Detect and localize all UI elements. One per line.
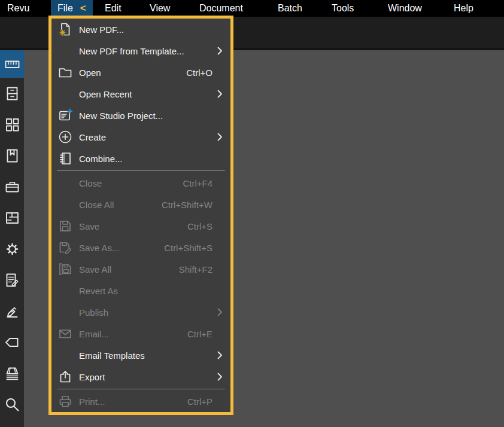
save-all-icon — [51, 262, 79, 276]
annotation-caret-icon: < — [80, 2, 86, 14]
menu-item-open[interactable]: Open Ctrl+O — [51, 62, 230, 83]
file-cabinet-icon — [4, 86, 20, 102]
menubar-revu[interactable]: Revu — [7, 0, 29, 17]
save-as-icon — [51, 240, 79, 255]
sidebar-item-spaces[interactable] — [0, 202, 24, 233]
menu-item-label: Revert As — [79, 286, 118, 296]
menu-item-label: Create — [79, 132, 106, 142]
menubar: Revu File < Edit View Document Batch Too… — [0, 0, 504, 17]
export-icon — [51, 370, 79, 384]
menu-item-new-studio-project[interactable]: New Studio Project... — [51, 105, 230, 126]
search-icon — [4, 396, 20, 413]
menu-item-label: Save All — [79, 264, 111, 274]
sidebar-item-thumbnails[interactable] — [0, 109, 24, 140]
submenu-chevron-icon — [212, 351, 227, 359]
file-menu-popup: New PDF... New PDF from Template... Open… — [48, 16, 233, 415]
menu-item-label: New PDF... — [79, 25, 124, 35]
menu-item-new-pdf[interactable]: New PDF... — [51, 19, 230, 40]
submenu-chevron-icon — [212, 308, 227, 316]
save-icon — [51, 219, 79, 233]
menubar-file-label: File — [57, 3, 73, 14]
menu-item-label: Email... — [79, 329, 109, 339]
menu-item-label: New Studio Project... — [79, 111, 163, 121]
submenu-chevron-icon — [212, 133, 227, 141]
menubar-help[interactable]: Help — [454, 0, 473, 17]
menu-item-new-pdf-from-template[interactable]: New PDF from Template... — [51, 40, 230, 62]
printer-icon — [51, 394, 79, 408]
menu-item-revert-as: Revert As — [51, 280, 230, 301]
menu-item-save-all: Save All Shift+F2 — [51, 258, 230, 280]
menu-item-label: New PDF from Template... — [79, 46, 184, 56]
sidebar-item-bookmarks[interactable] — [0, 140, 24, 171]
menu-item-publish: Publish — [51, 301, 230, 323]
menubar-view[interactable]: View — [150, 0, 170, 17]
menubar-window[interactable]: Window — [388, 0, 422, 17]
sidebar-item-sets[interactable] — [0, 358, 24, 389]
menu-item-email-templates[interactable]: Email Templates — [51, 344, 230, 366]
menu-item-shortcut: Ctrl+Shift+S — [164, 243, 212, 253]
combine-binder-icon — [51, 151, 79, 166]
sidebar-item-markups-list[interactable] — [0, 264, 24, 295]
sidebar-item-search[interactable] — [0, 389, 24, 420]
menu-item-shortcut: Ctrl+F4 — [183, 178, 212, 188]
sidebar-item-links[interactable] — [0, 327, 24, 358]
menu-item-save-as: Save As... Ctrl+Shift+S — [51, 237, 230, 258]
new-pdf-icon — [51, 22, 79, 36]
ruler-icon — [4, 56, 20, 72]
menu-item-create[interactable]: Create — [51, 126, 230, 148]
sidebar-item-properties[interactable] — [0, 233, 24, 264]
menu-item-shortcut: Ctrl+Shift+W — [162, 200, 212, 210]
sidebar — [0, 50, 24, 427]
menu-item-combine[interactable]: Combine... — [51, 148, 230, 169]
menu-item-shortcut: Ctrl+S — [187, 221, 212, 231]
gear-icon — [4, 241, 20, 257]
menu-item-label: Email Templates — [79, 350, 145, 361]
menubar-file[interactable]: File < — [51, 0, 93, 17]
menu-item-shortcut: Ctrl+E — [187, 329, 212, 339]
sidebar-item-signatures[interactable] — [0, 295, 24, 327]
email-icon — [51, 327, 79, 341]
menu-item-close-all: Close All Ctrl+Shift+W — [51, 194, 230, 215]
thumbnails-grid-icon — [4, 117, 20, 133]
bookmark-icon — [4, 148, 20, 164]
menu-item-label: Close — [79, 178, 102, 188]
menubar-batch[interactable]: Batch — [278, 0, 302, 17]
menu-item-label: Publish — [79, 307, 108, 318]
tag-icon — [4, 334, 20, 350]
menu-item-print: Print... Ctrl+P — [51, 391, 230, 412]
sidebar-item-tool-chest[interactable] — [0, 171, 24, 202]
menu-item-label: Combine... — [79, 154, 123, 164]
toolbox-icon — [4, 179, 20, 195]
floorplan-icon — [4, 210, 20, 226]
menu-item-label: Open Recent — [79, 89, 132, 99]
menu-item-close: Close Ctrl+F4 — [51, 172, 230, 194]
menu-item-shortcut: Ctrl+O — [186, 68, 212, 78]
folder-icon — [51, 65, 79, 80]
file-menu-list: New PDF... New PDF from Template... Open… — [51, 19, 230, 412]
sidebar-item-file-access[interactable] — [0, 78, 24, 109]
sets-icon — [4, 365, 20, 382]
submenu-chevron-icon — [212, 373, 227, 381]
menu-item-shortcut: Shift+F2 — [179, 264, 212, 274]
sidebar-item-measurements[interactable] — [0, 50, 24, 78]
menu-item-email: Email... Ctrl+E — [51, 323, 230, 344]
menubar-edit[interactable]: Edit — [105, 0, 122, 17]
submenu-chevron-icon — [212, 47, 227, 55]
submenu-chevron-icon — [212, 90, 227, 98]
studio-project-icon — [51, 108, 79, 123]
menu-item-save: Save Ctrl+S — [51, 215, 230, 237]
menu-item-label: Export — [79, 372, 105, 382]
menu-item-label: Save As... — [79, 243, 120, 253]
menubar-tools[interactable]: Tools — [332, 0, 354, 17]
create-plus-icon — [51, 130, 79, 144]
menu-item-label: Print... — [79, 396, 105, 407]
signature-pen-icon — [4, 303, 20, 319]
menu-item-shortcut: Ctrl+P — [187, 396, 212, 407]
menu-item-label: Open — [79, 68, 101, 78]
menu-item-open-recent[interactable]: Open Recent — [51, 83, 230, 105]
menu-item-label: Save — [79, 221, 99, 231]
menu-item-label: Close All — [79, 200, 114, 210]
markup-list-icon — [4, 272, 20, 288]
menu-item-export[interactable]: Export — [51, 366, 230, 388]
menubar-document[interactable]: Document — [199, 0, 243, 17]
